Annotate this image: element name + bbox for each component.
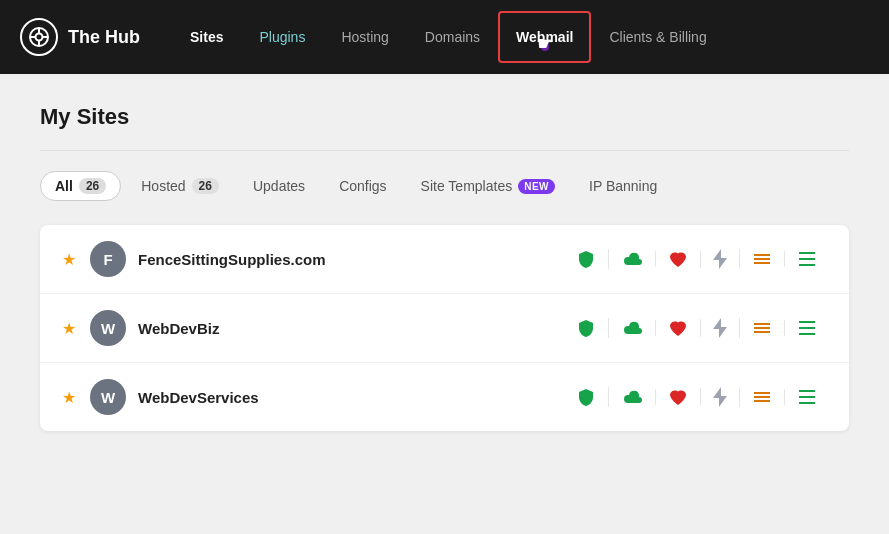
- menu-group: [785, 389, 829, 405]
- cursor-icon: ☛: [537, 33, 553, 55]
- site-action-icons: [564, 249, 829, 269]
- shield-icon[interactable]: [576, 318, 596, 338]
- star-icon[interactable]: ★: [60, 250, 78, 269]
- filter-site-templates-label: Site Templates: [421, 178, 513, 194]
- star-icon[interactable]: ★: [60, 388, 78, 407]
- shield-group: [564, 318, 609, 338]
- filter-hosted[interactable]: Hosted 26: [127, 172, 233, 200]
- svg-marker-6: [713, 249, 727, 269]
- site-name[interactable]: FenceSittingSupplies.com: [138, 251, 552, 268]
- bolt-group: [701, 387, 740, 407]
- layers-icon[interactable]: [752, 251, 772, 267]
- shield-icon[interactable]: [576, 387, 596, 407]
- heart-icon[interactable]: [668, 250, 688, 268]
- bolt-group: [701, 249, 740, 269]
- heart-group: [656, 388, 701, 406]
- nav-item-domains[interactable]: Domains: [407, 0, 498, 74]
- layers-group: [740, 251, 785, 267]
- menu-icon[interactable]: [797, 389, 817, 405]
- svg-marker-13: [713, 318, 727, 338]
- nav-item-webmail[interactable]: Webmail ☛: [498, 11, 591, 63]
- site-action-icons: [564, 387, 829, 407]
- table-row: ★ F FenceSittingSupplies.com: [40, 225, 849, 294]
- cloud-icon[interactable]: [621, 320, 643, 336]
- shield-group: [564, 249, 609, 269]
- heart-group: [656, 319, 701, 337]
- site-name[interactable]: WebDevBiz: [138, 320, 552, 337]
- table-row: ★ W WebDevBiz: [40, 294, 849, 363]
- heart-icon[interactable]: [668, 319, 688, 337]
- nav-item-clients-billing[interactable]: Clients & Billing: [591, 0, 724, 74]
- svg-point-1: [36, 34, 43, 41]
- avatar: W: [90, 379, 126, 415]
- filter-tabs: All 26 Hosted 26 Updates Configs Site Te…: [40, 171, 849, 201]
- cloud-icon[interactable]: [621, 251, 643, 267]
- nav-item-plugins[interactable]: Plugins: [241, 0, 323, 74]
- shield-group: [564, 387, 609, 407]
- bolt-icon[interactable]: [713, 387, 727, 407]
- nav-item-hosting[interactable]: Hosting: [323, 0, 406, 74]
- filter-updates[interactable]: Updates: [239, 172, 319, 200]
- navbar: The Hub Sites Plugins Hosting Domains We…: [0, 0, 889, 74]
- page-title: My Sites: [40, 104, 849, 130]
- cloud-group: [609, 389, 656, 405]
- svg-marker-20: [713, 387, 727, 407]
- nav-items: Sites Plugins Hosting Domains Webmail ☛ …: [172, 0, 869, 74]
- menu-icon[interactable]: [797, 251, 817, 267]
- nav-item-sites[interactable]: Sites: [172, 0, 241, 74]
- site-name[interactable]: WebDevServices: [138, 389, 552, 406]
- filter-ip-banning-label: IP Banning: [589, 178, 657, 194]
- layers-icon[interactable]: [752, 389, 772, 405]
- filter-hosted-label: Hosted: [141, 178, 185, 194]
- nav-logo-text: The Hub: [68, 27, 140, 48]
- layers-icon[interactable]: [752, 320, 772, 336]
- filter-configs-label: Configs: [339, 178, 386, 194]
- bolt-group: [701, 318, 740, 338]
- menu-icon[interactable]: [797, 320, 817, 336]
- menu-group: [785, 251, 829, 267]
- shield-icon[interactable]: [576, 249, 596, 269]
- filter-site-templates[interactable]: Site Templates NEW: [407, 172, 569, 200]
- heart-icon[interactable]: [668, 388, 688, 406]
- filter-ip-banning[interactable]: IP Banning: [575, 172, 671, 200]
- filter-all-label: All: [55, 178, 73, 194]
- nav-logo[interactable]: The Hub: [20, 18, 140, 56]
- cloud-group: [609, 251, 656, 267]
- menu-group: [785, 320, 829, 336]
- star-icon[interactable]: ★: [60, 319, 78, 338]
- layers-group: [740, 389, 785, 405]
- filter-hosted-count: 26: [192, 178, 219, 194]
- logo-icon: [20, 18, 58, 56]
- cloud-icon[interactable]: [621, 389, 643, 405]
- heart-group: [656, 250, 701, 268]
- new-badge: NEW: [518, 179, 555, 194]
- table-row: ★ W WebDevServices: [40, 363, 849, 431]
- filter-updates-label: Updates: [253, 178, 305, 194]
- avatar: W: [90, 310, 126, 346]
- filter-all[interactable]: All 26: [40, 171, 121, 201]
- filter-configs[interactable]: Configs: [325, 172, 400, 200]
- bolt-icon[interactable]: [713, 249, 727, 269]
- bolt-icon[interactable]: [713, 318, 727, 338]
- main-content: My Sites All 26 Hosted 26 Updates Config…: [0, 74, 889, 461]
- layers-group: [740, 320, 785, 336]
- cloud-group: [609, 320, 656, 336]
- avatar: F: [90, 241, 126, 277]
- site-list: ★ F FenceSittingSupplies.com: [40, 225, 849, 431]
- site-action-icons: [564, 318, 829, 338]
- divider: [40, 150, 849, 151]
- filter-all-count: 26: [79, 178, 106, 194]
